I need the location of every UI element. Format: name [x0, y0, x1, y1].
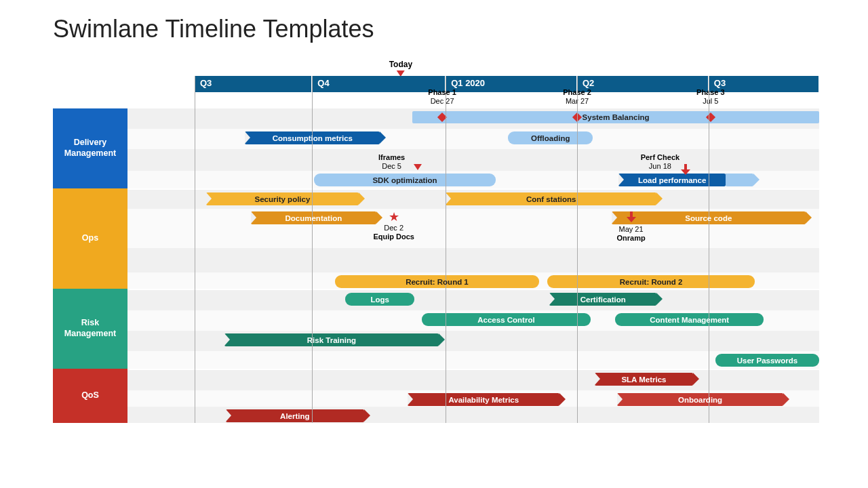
task-label: User Passwords	[737, 357, 798, 365]
task-label: System Balancing	[583, 113, 650, 121]
lane-label: Ops	[53, 188, 127, 289]
task-label: Conf stations	[526, 195, 576, 203]
quarter-header: Q2	[577, 76, 709, 92]
task-bar-tail	[726, 174, 753, 186]
task-bar: Content Management	[615, 313, 764, 326]
task-annotation: May 21Onramp	[616, 225, 645, 242]
lane-row-bg	[127, 149, 819, 171]
quarter-header: Q4	[312, 76, 446, 92]
task-bar: Documentation	[251, 211, 377, 224]
task-bar: Conf stations	[446, 192, 656, 205]
phase-label: Phase 1Dec 27	[428, 88, 456, 105]
task-bar: Availability Metrics	[408, 393, 559, 406]
milestone-star-icon: ★	[389, 211, 399, 223]
quarter-header: Q3	[195, 76, 312, 92]
task-annotation: IframesDec 5	[378, 153, 405, 170]
task-label: Onboarding	[678, 396, 722, 404]
lane-label: Risk Management	[53, 289, 127, 369]
marker-triangle-icon	[414, 164, 422, 170]
task-label: Offloading	[531, 134, 570, 142]
lanes: Delivery ManagementOpsRisk ManagementQoS…	[53, 100, 819, 488]
task-bar: User Passwords	[715, 354, 819, 367]
lane-row-bg	[127, 129, 819, 149]
task-label: Documentation	[285, 214, 342, 222]
task-bar: System Balancing	[412, 111, 819, 123]
task-bar: Load performance	[618, 174, 726, 186]
quarter-header: Q3	[709, 76, 819, 92]
task-label: Alerting	[280, 412, 309, 420]
task-label: Risk Training	[307, 336, 356, 344]
task-bar: SLA Metrics	[595, 373, 694, 386]
marker-arrow-icon	[682, 164, 689, 175]
task-label: Source code	[685, 214, 732, 222]
task-bar: Security policy	[206, 192, 358, 205]
gridline	[312, 76, 313, 423]
task-label: Logs	[371, 296, 389, 304]
task-annotation: Dec 2Equip Docs	[373, 224, 414, 241]
gridline	[577, 76, 578, 423]
today-marker: Today	[389, 60, 412, 77]
today-label: Today	[389, 60, 412, 69]
task-bar: Alerting	[226, 409, 364, 422]
task-label: Load performance	[638, 176, 706, 184]
task-label: Access Control	[477, 316, 534, 324]
task-label: SDK optimization	[372, 176, 437, 184]
task-label: Recruit: Round 2	[620, 278, 683, 286]
task-bar: Recruit: Round 1	[335, 275, 539, 288]
task-label: Certification	[580, 296, 626, 304]
task-bar: Offloading	[508, 131, 593, 144]
task-bar: Recruit: Round 2	[547, 275, 755, 288]
lane-label: QoS	[53, 369, 127, 423]
task-label: SLA Metrics	[621, 375, 666, 384]
task-bar: Access Control	[422, 313, 591, 326]
phase-label: Phase 3Jul 5	[696, 88, 725, 105]
gridline	[446, 76, 446, 423]
task-label: Availability Metrics	[448, 396, 519, 404]
swimlane-chart: TodayQ3Q4Q1 2020Q2Q3Delivery ManagementO…	[53, 60, 819, 428]
page-title: Swimlane Timeline Templates	[53, 15, 374, 43]
gridline	[709, 76, 709, 423]
lane-row-bg	[127, 290, 819, 310]
task-bar: Risk Training	[224, 333, 439, 346]
task-label: Security policy	[255, 195, 311, 203]
lane-row-bg	[127, 370, 819, 390]
quarter-header: Q1 2020	[446, 76, 577, 92]
task-label: Consumption metrics	[273, 134, 353, 142]
gridline	[195, 76, 195, 423]
task-label: Recruit: Round 1	[406, 278, 469, 286]
task-bar: Onboarding	[617, 393, 783, 406]
task-bar: Certification	[549, 293, 656, 306]
task-bar: SDK optimization	[314, 174, 495, 186]
task-label: Content Management	[650, 316, 729, 324]
lane-label: Delivery Management	[53, 108, 127, 188]
task-annotation: Perf CheckJun 18	[641, 153, 679, 170]
marker-arrow-icon	[628, 211, 635, 222]
task-bar: Logs	[345, 293, 414, 306]
lane-row-bg	[127, 248, 819, 272]
